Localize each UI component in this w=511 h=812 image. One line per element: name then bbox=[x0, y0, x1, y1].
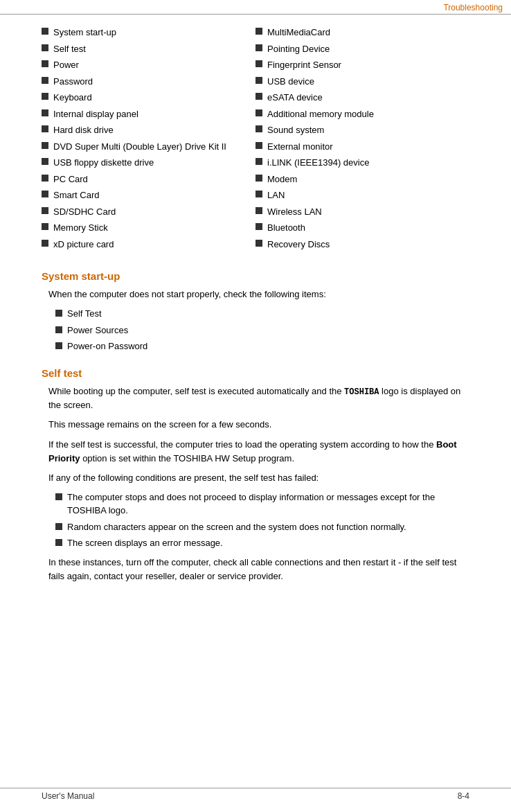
bullet-icon bbox=[42, 28, 48, 35]
toc-item-label: Internal display panel bbox=[53, 107, 256, 121]
bullet-icon bbox=[55, 493, 62, 500]
toc-item: xD picture card bbox=[42, 238, 256, 251]
bullet-icon bbox=[256, 93, 262, 100]
self-test-para3-after: option is set within the TOSHIBA HW Setu… bbox=[80, 453, 295, 464]
bullet-icon bbox=[42, 109, 48, 116]
list-item: Power-on Password bbox=[55, 339, 469, 353]
toc-item-label: eSATA device bbox=[267, 91, 469, 105]
toc-item-label: Sound system bbox=[267, 123, 469, 137]
bullet-icon bbox=[256, 191, 262, 197]
bullet-icon bbox=[55, 523, 62, 530]
bullet-icon bbox=[256, 207, 262, 214]
toc-item: SD/SDHC Card bbox=[42, 205, 256, 219]
toc-item-label: xD picture card bbox=[53, 238, 256, 251]
bullet-icon bbox=[42, 175, 48, 182]
toc-item-label: Hard disk drive bbox=[53, 123, 256, 137]
toc-item: Recovery Discs bbox=[256, 238, 469, 251]
self-test-para5: In these instances, turn off the compute… bbox=[48, 556, 469, 583]
toc-item-label: USB floppy diskette drive bbox=[53, 156, 256, 170]
bullet-icon bbox=[42, 60, 48, 67]
bullet-icon bbox=[256, 223, 262, 230]
toc-item: Memory Stick bbox=[42, 221, 256, 235]
bullet-icon bbox=[256, 60, 262, 67]
toc-columns: System start-upSelf testPowerPasswordKey… bbox=[42, 26, 469, 254]
toc-item: Hard disk drive bbox=[42, 123, 256, 137]
toc-item: Password bbox=[42, 75, 256, 89]
bullet-icon bbox=[55, 539, 62, 546]
page-footer: User's Manual 8-4 bbox=[0, 788, 511, 804]
toc-item-label: Keyboard bbox=[53, 91, 256, 105]
bullet-icon bbox=[256, 125, 262, 132]
list-item-label: The computer stops and does not proceed … bbox=[67, 491, 469, 518]
toc-item: Self test bbox=[42, 42, 256, 56]
toc-item: DVD Super Multi (Double Layer) Drive Kit… bbox=[42, 140, 256, 154]
list-item: Random characters appear on the screen a… bbox=[55, 520, 469, 534]
toc-item-label: Wireless LAN bbox=[267, 205, 469, 219]
list-item-label: The screen displays an error message. bbox=[67, 536, 223, 550]
self-test-para4: If any of the following conditions are p… bbox=[48, 471, 469, 485]
list-item: Power Sources bbox=[55, 324, 469, 337]
list-item: Self Test bbox=[55, 307, 469, 321]
toc-item-label: DVD Super Multi (Double Layer) Drive Kit… bbox=[53, 140, 256, 154]
toc-item-label: Smart Card bbox=[53, 188, 256, 202]
bullet-icon bbox=[256, 77, 262, 84]
toc-item: Smart Card bbox=[42, 188, 256, 202]
toc-item: Wireless LAN bbox=[256, 205, 469, 219]
toc-col-2: MultiMediaCardPointing DeviceFingerprint… bbox=[256, 26, 469, 254]
page-content: System start-upSelf testPowerPasswordKey… bbox=[0, 15, 511, 625]
toc-item: Internal display panel bbox=[42, 107, 256, 121]
self-test-para2: This message remains on the screen for a… bbox=[48, 418, 469, 432]
bullet-icon bbox=[256, 175, 262, 182]
section-body-system-startup: When the computer does not start properl… bbox=[42, 288, 469, 353]
self-test-para3-before: If the self test is successful, the comp… bbox=[48, 439, 436, 450]
section-heading-self-test: Self test bbox=[42, 367, 469, 379]
toc-item-label: Pointing Device bbox=[267, 42, 469, 56]
toc-item: Keyboard bbox=[42, 91, 256, 105]
toc-item-label: Password bbox=[53, 75, 256, 89]
section-system-startup: System start-up When the computer does n… bbox=[42, 270, 469, 353]
toc-item-label: Memory Stick bbox=[53, 221, 256, 235]
bullet-icon bbox=[256, 109, 262, 116]
bullet-icon bbox=[42, 142, 48, 149]
toc-item-label: External monitor bbox=[267, 140, 469, 154]
bullet-icon bbox=[42, 223, 48, 230]
self-test-para3: If the self test is successful, the comp… bbox=[48, 438, 469, 466]
toc-item-label: Modem bbox=[267, 173, 469, 186]
bullet-icon bbox=[42, 44, 48, 51]
section-self-test: Self test While booting up the computer,… bbox=[42, 367, 469, 584]
list-item-label: Self Test bbox=[67, 307, 102, 321]
footer-right: 8-4 bbox=[458, 791, 469, 801]
bullet-icon bbox=[55, 326, 62, 333]
bullet-icon bbox=[42, 158, 48, 165]
toc-item-label: Fingerprint Sensor bbox=[267, 58, 469, 72]
toc-item-label: SD/SDHC Card bbox=[53, 205, 256, 219]
toc-item: Power bbox=[42, 58, 256, 72]
toc-item-label: USB device bbox=[267, 75, 469, 89]
bullet-icon bbox=[256, 240, 262, 247]
toc-item-label: Power bbox=[53, 58, 256, 72]
list-item-label: Power-on Password bbox=[67, 339, 147, 353]
toc-item: Fingerprint Sensor bbox=[256, 58, 469, 72]
section-heading-system-startup: System start-up bbox=[42, 270, 469, 282]
bullet-icon bbox=[42, 207, 48, 214]
self-test-para1: While booting up the computer, self test… bbox=[48, 385, 469, 413]
page-header: Troubleshooting bbox=[0, 0, 511, 15]
toc-item: PC Card bbox=[42, 173, 256, 186]
bullet-icon bbox=[256, 44, 262, 51]
toc-item: MultiMediaCard bbox=[256, 26, 469, 39]
toc-item-label: Recovery Discs bbox=[267, 238, 469, 251]
toc-item: Modem bbox=[256, 173, 469, 186]
bullet-icon bbox=[256, 28, 262, 35]
list-item-label: Random characters appear on the screen a… bbox=[67, 520, 406, 534]
toc-item: USB floppy diskette drive bbox=[42, 156, 256, 170]
toc-item: LAN bbox=[256, 188, 469, 202]
toc-item-label: Self test bbox=[53, 42, 256, 56]
toc-item: eSATA device bbox=[256, 91, 469, 105]
bullet-icon bbox=[42, 191, 48, 197]
toc-item: i.LINK (IEEE1394) device bbox=[256, 156, 469, 170]
list-item: The screen displays an error message. bbox=[55, 536, 469, 550]
bullet-icon bbox=[42, 125, 48, 132]
toc-item-label: Additional memory module bbox=[267, 107, 469, 121]
toc-item: USB device bbox=[256, 75, 469, 89]
toshiba-mono: TOSHIBA bbox=[344, 387, 379, 397]
